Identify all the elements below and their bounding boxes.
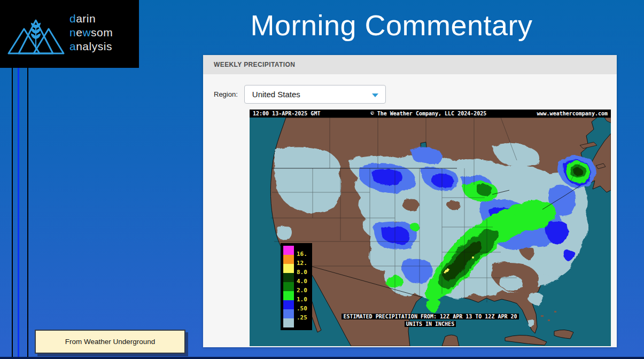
legend-swatch: [283, 282, 294, 291]
bottom-edge-strip: [0, 357, 644, 359]
legend-swatch: [283, 273, 294, 282]
source-note: From Weather Underground: [35, 330, 185, 354]
logo-wordmark: darin newsom analysis: [69, 12, 113, 53]
mountains-wheat-icon: [6, 13, 66, 57]
vertical-rule-black-2: [27, 68, 28, 357]
region-dropdown[interactable]: United States: [244, 85, 386, 104]
legend-swatch: [283, 255, 294, 264]
legend-swatch: [283, 300, 294, 309]
legend-swatch: [283, 291, 294, 300]
map-caption-line1: ESTIMATED PRECIPITATION FROM: 12Z APR 13…: [342, 314, 518, 319]
chevron-down-icon: [372, 93, 378, 97]
legend-label: 4.0: [297, 278, 307, 285]
legend-label: 12.: [297, 260, 307, 267]
page-title: Morning Commentary: [139, 9, 644, 42]
map-caption-line2: UNITS IN INCHES: [405, 321, 456, 327]
map-timestamp: 12:00 13-APR-2025 GMT: [253, 111, 320, 116]
source-note-label: From Weather Underground: [65, 338, 156, 346]
legend-label: 8.0: [297, 269, 307, 276]
precipitation-map: 12:00 13-APR-2025 GMT © The Weather Comp…: [250, 110, 611, 346]
map-caption: ESTIMATED PRECIPITATION FROM: 12Z APR 13…: [250, 313, 611, 328]
legend-label: .50: [297, 305, 307, 312]
region-dropdown-value: United States: [252, 90, 300, 99]
slide: darin newsom analysis Morning Commentary…: [0, 0, 644, 359]
logo: darin newsom analysis: [0, 0, 139, 68]
region-label: Region:: [214, 90, 238, 98]
legend-label: 16.: [297, 251, 307, 257]
map-title-bar: 12:00 13-APR-2025 GMT © The Weather Comp…: [250, 110, 611, 118]
map-website: www.weathercompany.com: [537, 111, 608, 116]
vertical-rule-blue: [18, 68, 19, 357]
map-copyright: © The Weather Company, LLC 2024-2025: [371, 111, 487, 116]
panel-header: WEEKLY PRECIPITATION: [203, 55, 617, 74]
legend-label: 2.0: [297, 287, 307, 294]
weekly-precipitation-panel: WEEKLY PRECIPITATION Region: United Stat…: [203, 55, 617, 347]
legend-swatch: [283, 246, 294, 255]
vertical-rule-black-1: [12, 68, 13, 357]
legend-label: 1.0: [297, 296, 307, 303]
legend-swatch: [283, 264, 294, 273]
region-row: Region: United States: [214, 85, 386, 104]
